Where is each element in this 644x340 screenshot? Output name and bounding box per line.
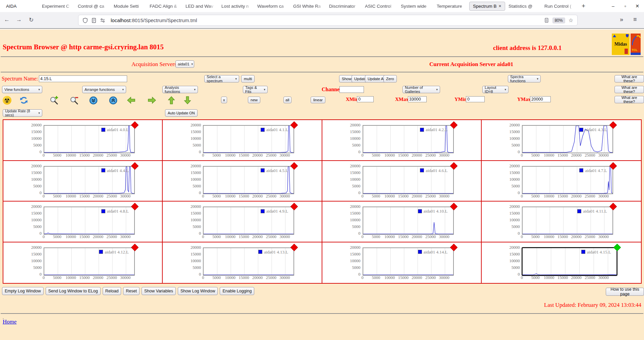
spectrum-cell[interactable]: 2000015000100005000005000100001500020000… <box>482 202 641 242</box>
new-tab-button[interactable]: + <box>582 2 585 10</box>
plot-area[interactable]: aida01 4.6.L <box>363 166 454 194</box>
arrow-up-icon[interactable] <box>167 96 176 105</box>
new-button[interactable]: new <box>248 97 260 103</box>
layout-id-dropdown[interactable]: Layout ID=8▾ <box>482 86 508 93</box>
collapse-down-icon[interactable] <box>89 96 98 105</box>
browser-tab[interactable]: FADC Align & <box>146 1 182 11</box>
permissions-icon[interactable] <box>100 18 105 23</box>
enable-logging-button[interactable]: Enable Logging <box>220 287 254 295</box>
empty-log-window-button[interactable]: Empty Log Window <box>2 287 44 295</box>
browser-tab[interactable]: Module Setti <box>110 1 146 11</box>
acquisition-server-select[interactable]: aida01▾ <box>175 60 194 68</box>
plot-area[interactable]: aida01 4.2.L <box>363 125 454 153</box>
plot-area[interactable]: aida01 4.5.L <box>203 166 294 194</box>
zero-button[interactable]: Zero <box>383 75 397 82</box>
ymax-input[interactable] <box>530 96 551 102</box>
zoom-level-chip[interactable]: 80% <box>552 17 565 23</box>
close-icon[interactable]: ✕ <box>635 3 640 9</box>
reader-mode-icon[interactable] <box>544 18 549 23</box>
spectrum-cell[interactable]: 2000015000100005000005000100001500020000… <box>3 161 163 202</box>
arrow-down-icon[interactable] <box>183 96 192 105</box>
browser-tab[interactable]: Waveform ca <box>254 1 290 11</box>
select-spectrum-dropdown[interactable]: Select a spectrum▾ <box>204 75 239 82</box>
plot-area[interactable]: aida01 4.10.L <box>363 207 454 235</box>
linear-button[interactable]: linear <box>311 97 325 103</box>
what-are-these-button-3[interactable]: What are these? <box>614 96 644 103</box>
browser-tab[interactable]: Discriminator <box>326 1 362 11</box>
maximize-icon[interactable]: ▫ <box>623 3 628 9</box>
plot-area[interactable]: aida01 4.4.L <box>44 166 135 194</box>
plot-area[interactable]: aida01 4.0.L <box>44 125 135 153</box>
show-variables-button[interactable]: Show Variables <box>142 287 176 295</box>
browser-tab[interactable]: ASIC Control <box>362 1 397 11</box>
url-text[interactable]: localhost:8015/Spectrum/Spectrum.tml <box>111 17 197 23</box>
page-icon[interactable] <box>91 18 97 23</box>
reset-button[interactable]: Reset <box>123 287 140 295</box>
how-to-use-button[interactable]: How to use this page <box>606 288 644 296</box>
arrange-functions-dropdown[interactable]: Arrange functions▾ <box>82 86 126 93</box>
plot-area[interactable]: aida01 4.15.L <box>522 247 618 276</box>
plot-area[interactable]: aida01 4.12.L <box>44 247 135 276</box>
refresh-icon[interactable] <box>19 96 28 105</box>
spectra-functions-dropdown[interactable]: Spectra functions▾ <box>508 75 541 82</box>
shield-icon[interactable] <box>83 18 88 23</box>
reload-button[interactable]: Reload <box>103 287 121 295</box>
x-scale-button[interactable]: x <box>221 97 227 103</box>
number-of-galleries-dropdown[interactable]: Number of Galleries▾ <box>402 86 440 93</box>
zoom-out-icon[interactable] <box>70 96 78 105</box>
spectrum-cell[interactable]: 2000015000100005000005000100001500020000… <box>322 202 482 242</box>
xmax-input[interactable] <box>408 96 427 102</box>
browser-tab[interactable]: Control @ ca <box>74 1 110 11</box>
spectrum-cell[interactable]: 2000015000100005000005000100001500020000… <box>482 161 641 202</box>
browser-tab[interactable]: Statistics @ <box>505 1 541 11</box>
multi-button[interactable]: multi <box>241 75 255 82</box>
browser-tab[interactable]: LED and Wav <box>182 1 218 11</box>
spectrum-cell[interactable]: 2000015000100005000005000100001500020000… <box>3 202 163 242</box>
send-log-window-to-elog-button[interactable]: Send Log Window to ELog <box>46 287 101 295</box>
zoom-in-icon[interactable] <box>50 96 58 105</box>
what-are-these-button-1[interactable]: What are these? <box>614 75 644 82</box>
browser-tab[interactable]: Experiment C <box>39 1 74 11</box>
spectrum-cell[interactable]: 2000015000100005000005000100001500020000… <box>322 161 482 202</box>
expand-up-icon[interactable] <box>109 96 117 105</box>
all-button[interactable]: all <box>283 97 291 103</box>
show-log-window-button[interactable]: Show Log Window <box>178 287 218 295</box>
analysis-functions-dropdown[interactable]: Analysis functions▾ <box>162 86 198 93</box>
spectrum-cell[interactable]: 2000015000100005000005000100001500020000… <box>163 120 322 161</box>
reload-icon[interactable]: ↻ <box>29 16 34 23</box>
spectrum-cell[interactable]: 2000015000100005000005000100001500020000… <box>3 120 163 161</box>
browser-tab[interactable]: Temperature <box>433 1 469 11</box>
update-rate-dropdown[interactable]: Update Rate (8 secs)▾ <box>3 109 42 117</box>
bookmark-star-icon[interactable]: ☆ <box>569 17 573 23</box>
browser-tab[interactable]: Lost activity n <box>218 1 254 11</box>
browser-tab[interactable]: AIDA <box>3 1 39 11</box>
plot-area[interactable]: aida01 4.14.L <box>363 247 454 276</box>
plot-area[interactable]: aida01 4.13.L <box>203 247 294 276</box>
spectrum-cell[interactable]: 2000015000100005000005000100001500020000… <box>163 242 322 283</box>
zero-spectrum-icon[interactable]: ☢ <box>3 96 11 105</box>
channel-input[interactable] <box>339 86 364 93</box>
spectrum-cell[interactable]: 2000015000100005000005000100001500020000… <box>322 120 482 161</box>
tags-fits-dropdown[interactable]: Tags & Fits▾ <box>243 86 268 93</box>
browser-tab[interactable]: Run Control ( <box>541 1 577 11</box>
spectrum-cell[interactable]: 2000015000100005000005000100001500020000… <box>3 242 163 283</box>
minimize-icon[interactable]: – <box>610 3 616 9</box>
spectrum-cell[interactable]: 2000015000100005000005000100001500020000… <box>163 161 322 202</box>
browser-tab[interactable]: System wide <box>397 1 433 11</box>
spectrum-cell[interactable]: 2000015000100005000005000100001500020000… <box>482 120 641 161</box>
plot-area[interactable]: aida01 4.7.L <box>522 166 613 194</box>
auto-update-button[interactable]: Auto Update ON <box>165 109 198 117</box>
plot-area[interactable]: aida01 4.1.L <box>203 125 294 153</box>
spectrum-cell[interactable]: 2000015000100005000005000100001500020000… <box>163 202 322 242</box>
plot-area[interactable]: aida01 4.8.L <box>44 207 135 235</box>
hamburger-menu-icon[interactable]: ≡ <box>633 16 637 23</box>
back-icon[interactable]: ← <box>4 16 10 23</box>
toolbar-overflow-icon[interactable]: » <box>620 16 623 23</box>
address-box[interactable]: localhost:8015/Spectrum/Spectrum.tml 80%… <box>78 15 578 26</box>
browser-tab[interactable]: GSI White Ra <box>290 1 326 11</box>
what-are-these-button-2[interactable]: What are these? <box>614 86 644 93</box>
tab-close-icon[interactable]: × <box>499 3 501 9</box>
arrow-left-icon[interactable] <box>127 96 136 105</box>
plot-area[interactable]: aida01 4.3.L <box>522 125 613 153</box>
plot-area[interactable]: aida01 4.11.L <box>522 207 613 235</box>
